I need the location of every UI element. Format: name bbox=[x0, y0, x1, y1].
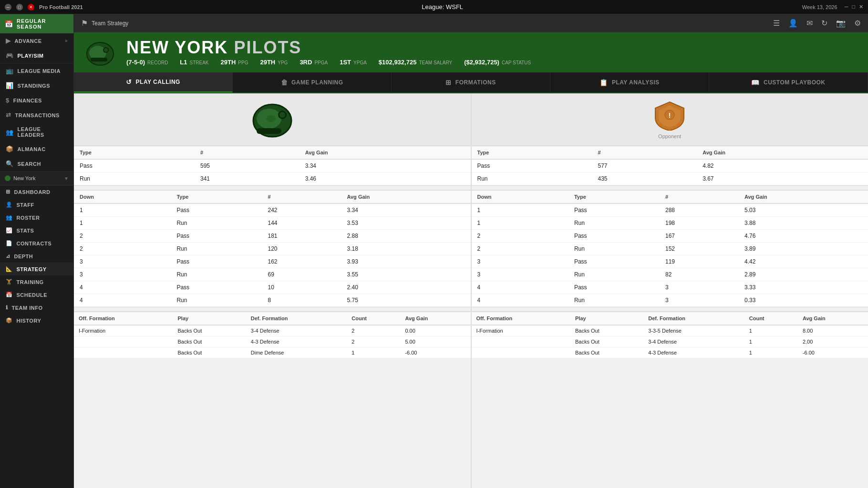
table-row: Backs Out3-4 Defense12.00 bbox=[472, 336, 868, 347]
main-layout: 📅 REGULAR SEASON ▶ ADVANCE » 🎮 PLAY/SIM … bbox=[0, 14, 868, 488]
table-row: I-FormationBacks Out3-3-5 Defense18.00 bbox=[472, 325, 868, 336]
menu-icon[interactable]: ☰ bbox=[773, 19, 780, 28]
sidebar-item-standings[interactable]: 📊 STANDINGS bbox=[0, 78, 73, 93]
stats-label: STATS bbox=[17, 228, 34, 234]
col-num-left: # bbox=[195, 146, 300, 159]
x-icon[interactable]: ✕ bbox=[859, 4, 863, 10]
table-row: Backs Out4-3 Defense25.00 bbox=[74, 336, 471, 347]
helmet-svg bbox=[86, 40, 114, 66]
training-icon: 🏋 bbox=[6, 279, 13, 285]
mail-icon[interactable]: ✉ bbox=[806, 19, 813, 28]
left-formation-section: Off. Formation Play Def. Formation Count… bbox=[74, 312, 471, 358]
camera-icon[interactable]: 📷 bbox=[836, 19, 846, 28]
tab-custom-playbook-icon: 📖 bbox=[751, 79, 760, 86]
col-num-right: # bbox=[592, 146, 697, 159]
tab-play-calling-icon: ↺ bbox=[126, 78, 132, 86]
stat-ypga: 1ST YPGA bbox=[340, 59, 367, 66]
col-off-form-right: Off. Formation bbox=[472, 312, 571, 325]
tab-custom-playbook[interactable]: 📖 Custom Playbook bbox=[709, 72, 868, 92]
secondary-bar-left: ⚑ Team Strategy bbox=[81, 19, 128, 28]
table-row: 2Run1203.18 bbox=[74, 243, 471, 255]
opponent-label: Opponent bbox=[658, 133, 681, 139]
col-avggain2-right: Avg Gain bbox=[739, 191, 868, 203]
table-row: 3Pass1623.93 bbox=[74, 255, 471, 268]
sidebar-item-transactions[interactable]: ⇄ TRANSACTIONS bbox=[0, 108, 73, 122]
svg-rect-7 bbox=[257, 128, 281, 134]
table-row: I-FormationBacks Out3-4 Defense20.00 bbox=[74, 325, 471, 336]
ppg-label: PPG bbox=[238, 60, 248, 65]
tab-formations-label: Formations bbox=[455, 79, 496, 86]
minimize-button[interactable]: ─ bbox=[5, 4, 11, 10]
close-button[interactable]: ✕ bbox=[28, 4, 34, 10]
svg-text:!: ! bbox=[669, 112, 671, 119]
sidebar-item-staff[interactable]: 👤 STAFF bbox=[0, 198, 73, 211]
tab-play-analysis[interactable]: 📋 Play Analysis bbox=[550, 72, 709, 92]
table-row: Run4353.67 bbox=[472, 173, 868, 185]
table-row: 2Pass1812.88 bbox=[74, 230, 471, 243]
profile-icon[interactable]: 👤 bbox=[788, 19, 798, 28]
refresh-icon[interactable]: ↻ bbox=[821, 19, 827, 28]
sidebar-item-stats[interactable]: 📈 STATS bbox=[0, 224, 73, 237]
sidebar-item-contracts[interactable]: 📄 CONTRACTS bbox=[0, 237, 73, 250]
secondary-bar: ⚑ Team Strategy ☰ 👤 ✉ ↻ 📷 ⚙ bbox=[74, 14, 868, 32]
svg-rect-2 bbox=[91, 58, 107, 61]
team-selector[interactable]: New York ▼ bbox=[0, 172, 73, 185]
maximize-button[interactable]: □ bbox=[16, 4, 23, 10]
sidebar-item-team-info[interactable]: ℹ TEAM INFO bbox=[0, 301, 73, 314]
sidebar-item-league-media[interactable]: 📺 LEAGUE MEDIA bbox=[0, 63, 73, 78]
tab-play-calling-label: Play Calling bbox=[136, 79, 180, 85]
finances-label: FINANCES bbox=[13, 98, 42, 103]
sidebar-item-league-leaders[interactable]: 👥 LEAGUE LEADERS bbox=[0, 122, 73, 142]
tab-formations-icon: ⊞ bbox=[445, 79, 452, 86]
sidebar-item-finances[interactable]: $ FINANCES bbox=[0, 93, 73, 108]
depth-icon: ⊿ bbox=[6, 253, 10, 259]
table-row: Pass5953.34 bbox=[74, 159, 471, 173]
standings-label: STANDINGS bbox=[18, 83, 50, 89]
table-row: 3Run693.55 bbox=[74, 268, 471, 281]
dashboard-label: DASHBOARD bbox=[14, 189, 51, 195]
sidebar-item-training[interactable]: 🏋 TRAINING bbox=[0, 275, 73, 288]
team-name-mascot: PILOTS bbox=[234, 38, 301, 57]
league-title: League: WSFL bbox=[422, 3, 463, 10]
team-info-icon: ℹ bbox=[6, 305, 8, 311]
min-icon[interactable]: ─ bbox=[845, 4, 848, 10]
sidebar-item-schedule[interactable]: 📅 SCHEDULE bbox=[0, 288, 73, 301]
top-bar-left: ─ □ ✕ Pro Football 2021 bbox=[5, 4, 83, 10]
max-icon[interactable]: □ bbox=[852, 4, 855, 10]
col-type-right: Type bbox=[472, 146, 592, 159]
sidebar-item-depth[interactable]: ⊿ DEPTH bbox=[0, 250, 73, 263]
ypga-rank: 1ST bbox=[340, 59, 351, 66]
tab-play-calling[interactable]: ↺ Play Calling bbox=[74, 72, 233, 92]
week-label: Week 13, 2026 bbox=[802, 4, 837, 10]
team-name-city: NEW YORK bbox=[126, 38, 228, 57]
top-bar-right: Week 13, 2026 ─ □ ✕ bbox=[802, 4, 863, 10]
left-down-table: Down Type # Avg Gain 1Pass2423.341Run144… bbox=[74, 191, 471, 307]
sidebar-item-strategy[interactable]: 📐 STRATEGY bbox=[0, 263, 73, 275]
sidebar-item-history[interactable]: 📦 HISTORY bbox=[0, 314, 73, 327]
col-avggain-right: Avg Gain bbox=[697, 146, 868, 159]
sidebar-item-almanac[interactable]: 📦 ALMANAC bbox=[0, 142, 73, 156]
sidebar-item-playsim[interactable]: 🎮 PLAY/SIM bbox=[0, 48, 73, 63]
opponent-shield-svg: ! bbox=[651, 100, 689, 131]
roster-icon: 👥 bbox=[6, 214, 13, 221]
tab-game-planning[interactable]: 🗑 Game Planning bbox=[233, 72, 392, 92]
sidebar-item-roster[interactable]: 👥 ROSTER bbox=[0, 211, 73, 224]
sidebar-item-dashboard[interactable]: ⊞ DASHBOARD bbox=[0, 185, 73, 198]
league-media-label: LEAGUE MEDIA bbox=[18, 68, 61, 74]
staff-label: STAFF bbox=[17, 202, 34, 208]
stat-record: (7-5-0) RECORD bbox=[126, 59, 168, 66]
tab-formations[interactable]: ⊞ Formations bbox=[392, 72, 550, 92]
left-spacer-1 bbox=[74, 185, 471, 190]
sidebar-item-search[interactable]: 🔍 SEARCH bbox=[0, 156, 73, 171]
season-label: REGULAR SEASON bbox=[17, 18, 69, 30]
team-name-block: NEW YORK PILOTS (7-5-0) RECORD L1 STREAK… bbox=[126, 39, 858, 66]
standings-icon: 📊 bbox=[6, 82, 14, 89]
sidebar-item-advance[interactable]: ▶ ADVANCE » bbox=[0, 33, 73, 48]
right-play-type-table: Type # Avg Gain Pass5774.82Run4353.67 bbox=[472, 146, 868, 185]
schedule-label: SCHEDULE bbox=[17, 292, 48, 298]
cap-label: CAP STATUS bbox=[502, 60, 531, 65]
streak-label: STREAK bbox=[190, 60, 209, 65]
settings-icon[interactable]: ⚙ bbox=[854, 19, 861, 28]
right-play-type-section: Type # Avg Gain Pass5774.82Run4353.67 bbox=[472, 146, 868, 185]
league-leaders-label: LEAGUE LEADERS bbox=[18, 126, 68, 138]
